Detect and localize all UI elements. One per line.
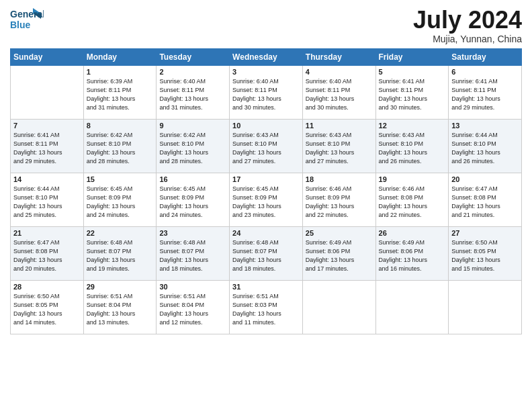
day-number: 8	[87, 122, 154, 130]
calendar-cell: 12Sunrise: 6:43 AM Sunset: 8:10 PM Dayli…	[375, 119, 449, 173]
day-number: 7	[13, 122, 81, 130]
day-info: Sunrise: 6:51 AM Sunset: 8:04 PM Dayligh…	[159, 292, 226, 327]
calendar-cell: 27Sunrise: 6:50 AM Sunset: 8:05 PM Dayli…	[449, 226, 522, 280]
title-block: July 2024 Mujia, Yunnan, China	[413, 7, 522, 44]
header-day: Wednesday	[230, 48, 303, 65]
day-number: 15	[87, 175, 154, 183]
calendar-cell: 8Sunrise: 6:42 AM Sunset: 8:10 PM Daylig…	[83, 119, 157, 173]
day-number: 30	[159, 283, 226, 291]
header-day: Friday	[375, 48, 449, 65]
day-info: Sunrise: 6:47 AM Sunset: 8:08 PM Dayligh…	[13, 238, 81, 273]
day-info: Sunrise: 6:50 AM Sunset: 8:05 PM Dayligh…	[13, 292, 81, 327]
day-info: Sunrise: 6:49 AM Sunset: 8:06 PM Dayligh…	[379, 238, 446, 273]
calendar-cell: 29Sunrise: 6:51 AM Sunset: 8:04 PM Dayli…	[83, 280, 157, 334]
day-number: 31	[232, 283, 300, 291]
day-number: 5	[379, 68, 446, 76]
day-number: 13	[451, 122, 519, 130]
day-number: 4	[306, 68, 373, 76]
calendar-cell: 26Sunrise: 6:49 AM Sunset: 8:06 PM Dayli…	[375, 226, 449, 280]
day-number: 26	[379, 229, 446, 237]
day-number: 14	[13, 175, 81, 183]
day-info: Sunrise: 6:46 AM Sunset: 8:09 PM Dayligh…	[306, 185, 373, 220]
day-number: 20	[451, 175, 519, 183]
header-day: Saturday	[449, 48, 522, 65]
day-number: 2	[159, 68, 226, 76]
day-info: Sunrise: 6:48 AM Sunset: 8:07 PM Dayligh…	[232, 238, 300, 273]
day-info: Sunrise: 6:47 AM Sunset: 8:08 PM Dayligh…	[451, 185, 519, 220]
day-info: Sunrise: 6:43 AM Sunset: 8:10 PM Dayligh…	[379, 131, 446, 166]
day-info: Sunrise: 6:41 AM Sunset: 8:11 PM Dayligh…	[379, 77, 446, 112]
day-number: 22	[87, 229, 154, 237]
day-number: 29	[87, 283, 154, 291]
header-day: Sunday	[11, 48, 84, 65]
calendar-cell: 7Sunrise: 6:41 AM Sunset: 8:11 PM Daylig…	[11, 119, 84, 173]
calendar-cell: 15Sunrise: 6:45 AM Sunset: 8:09 PM Dayli…	[83, 173, 157, 226]
calendar-cell: 23Sunrise: 6:48 AM Sunset: 8:07 PM Dayli…	[157, 226, 230, 280]
day-info: Sunrise: 6:44 AM Sunset: 8:10 PM Dayligh…	[13, 185, 81, 220]
calendar-cell: 18Sunrise: 6:46 AM Sunset: 8:09 PM Dayli…	[302, 173, 375, 226]
day-info: Sunrise: 6:41 AM Sunset: 8:11 PM Dayligh…	[451, 77, 519, 112]
day-info: Sunrise: 6:39 AM Sunset: 8:11 PM Dayligh…	[87, 77, 154, 112]
day-info: Sunrise: 6:40 AM Sunset: 8:11 PM Dayligh…	[232, 77, 300, 112]
day-number: 24	[232, 229, 300, 237]
svg-text:General: General	[10, 9, 44, 19]
day-number: 27	[451, 229, 519, 237]
day-info: Sunrise: 6:45 AM Sunset: 8:09 PM Dayligh…	[87, 185, 154, 220]
location-subtitle: Mujia, Yunnan, China	[413, 34, 522, 44]
day-info: Sunrise: 6:45 AM Sunset: 8:09 PM Dayligh…	[159, 185, 226, 220]
logo: GeneralBlue	[10, 7, 44, 32]
calendar-cell: 13Sunrise: 6:44 AM Sunset: 8:10 PM Dayli…	[449, 119, 522, 173]
day-number: 6	[451, 68, 519, 76]
calendar-cell: 22Sunrise: 6:48 AM Sunset: 8:07 PM Dayli…	[83, 226, 157, 280]
calendar-cell	[11, 65, 84, 119]
calendar-cell: 31Sunrise: 6:51 AM Sunset: 8:03 PM Dayli…	[230, 280, 303, 334]
day-info: Sunrise: 6:41 AM Sunset: 8:11 PM Dayligh…	[13, 131, 81, 166]
calendar-cell: 5Sunrise: 6:41 AM Sunset: 8:11 PM Daylig…	[375, 65, 449, 119]
day-info: Sunrise: 6:51 AM Sunset: 8:03 PM Dayligh…	[232, 292, 300, 327]
calendar-cell: 30Sunrise: 6:51 AM Sunset: 8:04 PM Dayli…	[157, 280, 230, 334]
calendar-cell: 20Sunrise: 6:47 AM Sunset: 8:08 PM Dayli…	[449, 173, 522, 226]
calendar-cell: 1Sunrise: 6:39 AM Sunset: 8:11 PM Daylig…	[83, 65, 157, 119]
calendar-cell	[302, 280, 375, 334]
calendar-cell: 28Sunrise: 6:50 AM Sunset: 8:05 PM Dayli…	[11, 280, 84, 334]
calendar-row: 21Sunrise: 6:47 AM Sunset: 8:08 PM Dayli…	[11, 226, 522, 280]
day-info: Sunrise: 6:44 AM Sunset: 8:10 PM Dayligh…	[451, 131, 519, 166]
day-info: Sunrise: 6:48 AM Sunset: 8:07 PM Dayligh…	[159, 238, 226, 273]
day-number: 12	[379, 122, 446, 130]
calendar-row: 1Sunrise: 6:39 AM Sunset: 8:11 PM Daylig…	[11, 65, 522, 119]
day-number: 19	[379, 175, 446, 183]
day-number: 17	[232, 175, 300, 183]
calendar-cell: 21Sunrise: 6:47 AM Sunset: 8:08 PM Dayli…	[11, 226, 84, 280]
day-number: 25	[306, 229, 373, 237]
calendar-cell: 6Sunrise: 6:41 AM Sunset: 8:11 PM Daylig…	[449, 65, 522, 119]
day-number: 11	[306, 122, 373, 130]
day-info: Sunrise: 6:40 AM Sunset: 8:11 PM Dayligh…	[159, 77, 226, 112]
day-number: 3	[232, 68, 300, 76]
day-number: 10	[232, 122, 300, 130]
calendar-row: 7Sunrise: 6:41 AM Sunset: 8:11 PM Daylig…	[11, 119, 522, 173]
header-day: Monday	[83, 48, 157, 65]
calendar-cell: 14Sunrise: 6:44 AM Sunset: 8:10 PM Dayli…	[11, 173, 84, 226]
day-number: 9	[159, 122, 226, 130]
calendar-cell: 16Sunrise: 6:45 AM Sunset: 8:09 PM Dayli…	[157, 173, 230, 226]
month-title: July 2024	[413, 7, 522, 34]
day-number: 23	[159, 229, 226, 237]
calendar-cell: 17Sunrise: 6:45 AM Sunset: 8:09 PM Dayli…	[230, 173, 303, 226]
page: GeneralBlue July 2024 Mujia, Yunnan, Chi…	[0, 0, 532, 411]
calendar-cell: 24Sunrise: 6:48 AM Sunset: 8:07 PM Dayli…	[230, 226, 303, 280]
day-info: Sunrise: 6:43 AM Sunset: 8:10 PM Dayligh…	[232, 131, 300, 166]
logo-svg: GeneralBlue	[10, 7, 44, 32]
day-number: 1	[87, 68, 154, 76]
calendar-cell	[449, 280, 522, 334]
day-number: 16	[159, 175, 226, 183]
day-info: Sunrise: 6:49 AM Sunset: 8:06 PM Dayligh…	[306, 238, 373, 273]
day-info: Sunrise: 6:50 AM Sunset: 8:05 PM Dayligh…	[451, 238, 519, 273]
calendar-cell: 25Sunrise: 6:49 AM Sunset: 8:06 PM Dayli…	[302, 226, 375, 280]
day-info: Sunrise: 6:42 AM Sunset: 8:10 PM Dayligh…	[87, 131, 154, 166]
day-number: 18	[306, 175, 373, 183]
calendar-cell: 3Sunrise: 6:40 AM Sunset: 8:11 PM Daylig…	[230, 65, 303, 119]
calendar-cell: 9Sunrise: 6:42 AM Sunset: 8:10 PM Daylig…	[157, 119, 230, 173]
calendar-cell: 11Sunrise: 6:43 AM Sunset: 8:10 PM Dayli…	[302, 119, 375, 173]
header-day: Tuesday	[157, 48, 230, 65]
header-row: SundayMondayTuesdayWednesdayThursdayFrid…	[11, 48, 522, 65]
